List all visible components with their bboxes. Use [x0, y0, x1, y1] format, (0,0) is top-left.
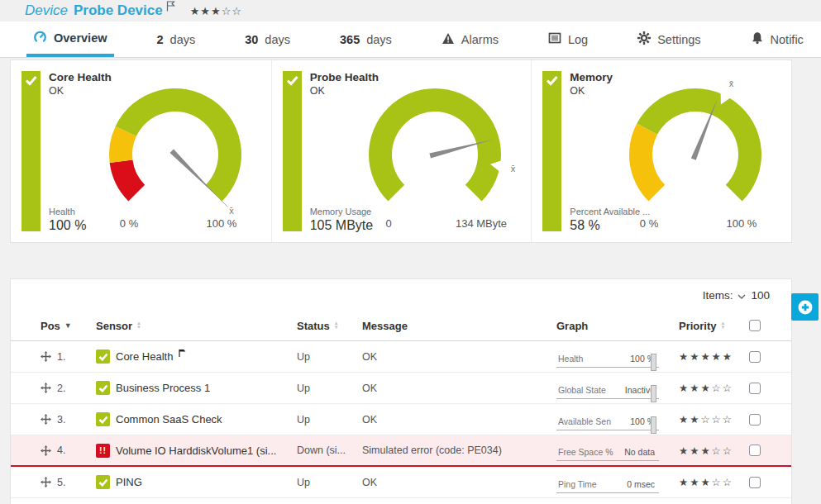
- sensor-link[interactable]: PING: [96, 475, 297, 489]
- sort-desc-icon: ▼: [64, 321, 72, 330]
- mini-graph[interactable]: Ping Time 0 msec: [556, 472, 659, 493]
- drag-move-icon[interactable]: [41, 445, 51, 456]
- priority-stars[interactable]: ★★★☆☆: [679, 445, 749, 457]
- sensor-link[interactable]: Business Process 1: [96, 381, 297, 395]
- flag-icon[interactable]: [166, 0, 175, 15]
- svg-text:x̄: x̄: [729, 78, 734, 88]
- sensor-up-icon: [96, 412, 110, 426]
- drag-move-icon[interactable]: [41, 477, 51, 487]
- channel-name: Health: [49, 207, 86, 216]
- tab-bar: Overview 2 days 30 days 365 days Alarms …: [0, 21, 821, 58]
- drag-move-icon[interactable]: [41, 351, 51, 362]
- table-row: 2. Business Process 1 Up OK Global State…: [11, 373, 791, 404]
- priority-stars[interactable]: ★★☆☆☆: [679, 413, 749, 426]
- mini-graph[interactable]: Available Sen 100 %: [556, 409, 659, 430]
- tab-log[interactable]: Log: [542, 21, 594, 57]
- tab-settings[interactable]: Settings: [631, 21, 707, 57]
- add-button[interactable]: [791, 293, 819, 321]
- svg-text:0 %: 0 %: [119, 217, 138, 230]
- bell-icon: [751, 31, 764, 47]
- graph-marker: [651, 354, 656, 371]
- tab-label: days: [265, 33, 290, 46]
- tab-2-days[interactable]: 2 days: [150, 21, 203, 57]
- log-list-icon: [548, 31, 561, 47]
- priority-stars[interactable]: ★★★☆☆: [679, 476, 749, 488]
- chevron-down-icon: [737, 289, 746, 302]
- sensor-name: Business Process 1: [116, 382, 210, 394]
- tab-alarms[interactable]: Alarms: [435, 21, 505, 57]
- position-number: 4.: [57, 445, 65, 456]
- tab-number: 2: [157, 33, 164, 46]
- priority-stars[interactable]: ★★★☆☆: [190, 5, 242, 17]
- tab-label: days: [366, 33, 392, 46]
- mini-graph[interactable]: Global State Inactive: [556, 378, 659, 399]
- gauge-cell-core-health[interactable]: Core Health OK x̄0 %100 % Health 100 %: [11, 60, 271, 242]
- priority-stars[interactable]: ★★★☆☆: [679, 382, 749, 394]
- drag-move-icon[interactable]: [41, 414, 51, 425]
- graph-marker: [651, 385, 656, 402]
- sort-icon: ▲▼: [136, 321, 141, 330]
- items-count: 100: [751, 289, 770, 302]
- sensor-down-icon: !!: [96, 444, 110, 458]
- position-number: 2.: [57, 383, 65, 394]
- sensor-status: Up: [297, 383, 362, 394]
- sensor-up-icon: [96, 349, 110, 364]
- core-health-gauge: x̄0 %100 %: [84, 72, 268, 234]
- tab-label: Log: [568, 33, 588, 46]
- tab-30-days[interactable]: 30 days: [238, 21, 297, 57]
- svg-text:100 %: 100 %: [727, 217, 757, 230]
- row-checkbox[interactable]: [749, 414, 761, 426]
- sensor-message: OK: [362, 477, 556, 488]
- flag-icon: [179, 349, 186, 359]
- items-per-page-select[interactable]: Items: 100: [703, 289, 770, 302]
- sensor-table-panel: Items: 100 Pos ▼ Sensor ▲▼ Status ▲▼ Mes…: [10, 278, 792, 504]
- warning-triangle-icon: [442, 32, 455, 47]
- column-header-sensor[interactable]: Sensor ▲▼: [96, 320, 297, 332]
- select-all-checkbox[interactable]: [749, 320, 761, 331]
- row-checkbox[interactable]: [749, 445, 761, 456]
- sensor-link[interactable]: Core Health: [96, 349, 297, 364]
- row-checkbox[interactable]: [749, 351, 761, 363]
- sensor-name: PING: [116, 476, 142, 488]
- page-header: Device Probe Device ★★★☆☆: [0, 0, 821, 21]
- tab-label: Overview: [54, 31, 107, 45]
- column-header-priority[interactable]: Priority ▲▼: [679, 320, 749, 332]
- tab-label: days: [170, 33, 196, 46]
- priority-stars[interactable]: ★★★★★: [679, 350, 749, 363]
- sensor-up-icon: [96, 381, 110, 395]
- sensor-link[interactable]: Common SaaS Check: [96, 412, 297, 426]
- column-header-status[interactable]: Status ▲▼: [297, 320, 362, 332]
- table-header-row: Pos ▼ Sensor ▲▼ Status ▲▼ Message Graph …: [11, 311, 791, 341]
- sensor-message: OK: [362, 383, 556, 394]
- column-header-pos[interactable]: Pos ▼: [41, 320, 96, 332]
- items-label: Items:: [703, 289, 733, 302]
- row-checkbox[interactable]: [749, 477, 761, 488]
- tab-label: Notific: [771, 33, 804, 46]
- drag-move-icon[interactable]: [41, 383, 51, 393]
- plus-icon: [798, 300, 813, 315]
- sensor-name: Volume IO HarddiskVolume1 (si...: [116, 445, 276, 457]
- tab-notifications[interactable]: Notific: [744, 21, 810, 57]
- gauge-icon: [33, 30, 47, 45]
- sensor-link[interactable]: !! Volume IO HarddiskVolume1 (si...: [96, 444, 297, 458]
- sensor-name: Core Health: [116, 350, 173, 363]
- graph-marker: [651, 416, 656, 434]
- table-row: 1. Core Health Up OK Health 100 % ★★★★★: [11, 341, 791, 373]
- tab-number: 365: [340, 33, 360, 46]
- tab-overview[interactable]: Overview: [26, 21, 114, 57]
- mini-graph[interactable]: Free Space % No data: [556, 440, 659, 461]
- channel-value: 105 MByte: [310, 218, 373, 233]
- page-title: Probe Device: [74, 2, 163, 19]
- svg-text:100 %: 100 %: [206, 217, 236, 230]
- sensor-status: Up: [297, 351, 362, 363]
- row-checkbox[interactable]: [749, 383, 761, 394]
- position-number: 1.: [57, 351, 65, 363]
- check-icon: [546, 75, 558, 86]
- tab-365-days[interactable]: 365 days: [333, 21, 399, 57]
- sensor-status: Up: [297, 477, 362, 488]
- gauge-cell-probe-health[interactable]: Probe Health OK x̄0134 MByte Memory Usag…: [271, 60, 532, 242]
- sensor-up-icon: [96, 475, 110, 489]
- mini-graph[interactable]: Health 100 %: [556, 346, 659, 368]
- sensor-name: Common SaaS Check: [116, 413, 222, 426]
- gauge-cell-memory[interactable]: Memory OK x̄0 %100 % Percent Available .…: [531, 60, 791, 242]
